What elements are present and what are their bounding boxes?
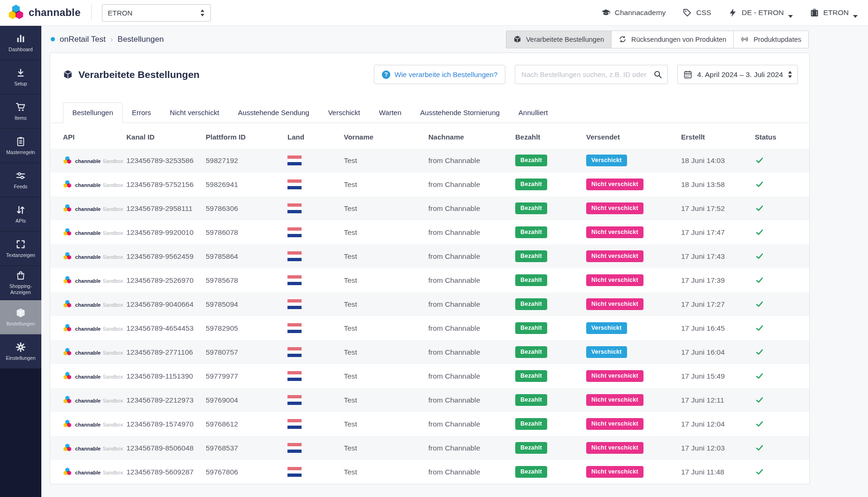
cell-plattform-id: 59785864 [206,244,287,268]
shipping-badge: Nicht verschickt [586,179,643,190]
cell-api: channable Sandbox [50,220,126,244]
sidebar-item-dashboard[interactable]: Dashboard [0,26,41,60]
tab-warten[interactable]: Warten [370,102,411,123]
order-row[interactable]: channable Sandbox 123456789-9562459 5978… [50,244,809,268]
order-row[interactable]: channable Sandbox 123456789-5752156 5982… [50,172,809,196]
cell-plattform-id: 59767806 [206,460,287,484]
netherlands-flag-icon [287,323,302,333]
view-button-produktupdates[interactable]: Produktupdates [733,31,809,48]
sidebar-item-label: Dashboard [8,47,33,53]
calendar-icon [683,70,692,79]
check-icon [755,156,806,164]
breadcrumb-bar: onRetail Test › Bestellungen Verarbeitet… [41,26,810,53]
nav-item-css[interactable]: CSS [682,8,711,17]
select-updown-icon [200,9,205,17]
api-suffix: Sandbox [103,158,123,164]
breadcrumb-project[interactable]: onRetail Test [60,35,106,44]
sidebar-item-einstellungen[interactable]: Einstellungen [0,334,41,369]
channable-logo-icon [63,300,72,309]
project-select[interactable]: ETRON [102,4,211,22]
sidebar-item-textanzeigen[interactable]: Textanzeigen [0,232,41,266]
cell-land [287,460,344,484]
tab-ausstehende-stornierung[interactable]: Ausstehende Stornierung [411,102,509,123]
sidebar-item-feeds[interactable]: Feeds [0,163,41,197]
order-row[interactable]: channable Sandbox 123456789-1574970 5976… [50,412,809,436]
api-suffix: Sandbox [103,350,123,356]
view-button-r-cksendungen-von-produkten[interactable]: Rücksendungen von Produkten [611,31,734,48]
sidebar-item-setup[interactable]: Setup [0,60,41,94]
shopping-bag-icon [16,270,26,280]
order-row[interactable]: channable Sandbox 123456789-2212973 5976… [50,388,809,412]
order-row[interactable]: channable Sandbox 123456789-9920010 5978… [50,220,809,244]
nav-item-de-etron[interactable]: DE - ETRON [728,8,793,17]
cell-erstellt: 17 Juni 15:49 [681,364,755,388]
cell-bezahlt: Bezahlt [515,292,586,316]
project-select-value: ETRON [108,9,133,17]
view-button-verarbeitete-bestellungen[interactable]: Verarbeitete Bestellungen [506,31,612,48]
order-row[interactable]: channable Sandbox 123456789-9040664 5978… [50,292,809,316]
cell-land [287,148,344,172]
help-button[interactable]: ? Wie verarbeite ich Bestellungen? [374,65,505,84]
cell-api: channable Sandbox [50,268,126,292]
cell-status [755,316,809,340]
search-icon[interactable] [653,70,662,79]
shipping-badge: Nicht verschickt [586,370,643,382]
date-range-picker[interactable]: 4. April 2024 – 3. Juli 2024 [677,65,798,84]
api-suffix: Sandbox [103,470,123,475]
tab-ausstehende-sendung[interactable]: Ausstehende Sendung [229,102,319,123]
cell-land [287,340,344,364]
cell-vorname: Test [344,316,428,340]
order-row[interactable]: channable Sandbox 123456789-4654453 5978… [50,316,809,340]
cell-erstellt: 17 Juni 17:52 [681,196,755,220]
cell-land [287,388,344,412]
cell-kanal-id: 123456789-8506048 [126,436,206,460]
column-header-bezahlt: Bezahlt [515,123,586,148]
tab-annulliert[interactable]: Annulliert [509,102,558,123]
api-brand: channable [75,470,101,475]
cell-bezahlt: Bezahlt [515,460,586,484]
cell-status [755,196,809,220]
cell-bezahlt: Bezahlt [515,196,586,220]
order-row[interactable]: channable Sandbox 123456789-2958111 5978… [50,196,809,220]
nav-item-etron[interactable]: ETRON [810,8,858,17]
check-icon [755,180,806,188]
nav-item-channacademy[interactable]: Channacademy [601,8,666,17]
order-row[interactable]: channable Sandbox 123456789-2771106 5978… [50,340,809,364]
column-header-vorname: Vorname [344,123,428,148]
sidebar-item-apis[interactable]: APIs [0,197,41,232]
order-row[interactable]: channable Sandbox 123456789-8506048 5976… [50,436,809,460]
tab-verschickt[interactable]: Verschickt [318,102,369,123]
sidebar-item-masterregeln[interactable]: Masterregeln [0,129,41,163]
cell-nachname: from Channable [428,460,515,484]
netherlands-flag-icon [287,203,302,213]
cell-land [287,220,344,244]
tab-bestellungen[interactable]: Bestellungen [63,102,123,123]
cell-status [755,388,809,412]
cell-vorname: Test [344,268,428,292]
cell-nachname: from Channable [428,316,515,340]
cell-plattform-id: 59779977 [206,364,287,388]
order-row[interactable]: channable Sandbox 123456789-1151390 5977… [50,364,809,388]
top-nav: Channacademy CSS DE - ETRON ETRON [601,8,858,17]
cell-erstellt: 17 Juni 16:04 [681,340,755,364]
cell-status [755,292,809,316]
check-icon [755,444,806,452]
sidebar-item-shopping-anzeigen[interactable]: Shopping-Anzeigen [0,266,41,300]
api-brand: channable [75,182,101,188]
cell-erstellt: 17 Juni 17:43 [681,244,755,268]
nav-item-label: CSS [696,8,711,17]
sidebar-item-items[interactable]: Items [0,94,41,129]
tab-errors[interactable]: Errors [123,102,161,123]
order-row[interactable]: channable Sandbox 123456789-3253586 5982… [50,148,809,172]
cell-vorname: Test [344,460,428,484]
cell-vorname: Test [344,220,428,244]
panel-header: Verarbeitete Bestellungen ? Wie verarbei… [50,53,809,96]
shipping-badge: Verschickt [586,155,627,166]
sidebar-item-bestellungen[interactable]: Bestellungen [0,300,41,334]
tab-nicht-verschickt[interactable]: Nicht verschickt [161,102,229,123]
order-row[interactable]: channable Sandbox 123456789-5609287 5976… [50,460,809,484]
cell-status [755,268,809,292]
order-row[interactable]: channable Sandbox 123456789-2526970 5978… [50,268,809,292]
channable-logo-icon [63,276,72,285]
search-input[interactable] [521,70,653,78]
